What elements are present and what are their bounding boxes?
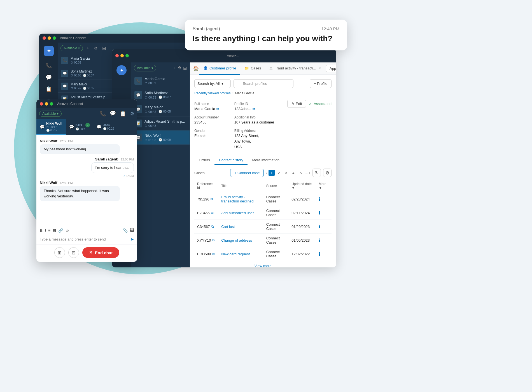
date-cell: 02/28/2024 <box>289 192 316 206</box>
page-1-button[interactable]: 1 <box>269 170 275 176</box>
more-cell[interactable]: ℹ <box>316 220 332 234</box>
send-button[interactable]: ➤ <box>130 237 134 242</box>
edit-button[interactable]: ✎ Edit <box>287 100 306 108</box>
tab-orders[interactable]: Orders <box>194 156 214 165</box>
unordered-list-button[interactable]: ⊟ <box>53 228 56 233</box>
prev-page-button[interactable]: ‹ <box>266 171 267 175</box>
ac-chat-icon[interactable]: 💬 <box>44 72 54 82</box>
available-button[interactable]: Available ▾ <box>134 65 156 71</box>
tab-home[interactable]: 🏠 <box>193 64 199 73</box>
italic-button[interactable]: I <box>45 228 46 233</box>
minimize-dot[interactable] <box>45 102 48 106</box>
view-more-link[interactable]: View more <box>194 261 332 267</box>
profile-id-label: Profile ID <box>234 102 274 106</box>
search-by-select[interactable]: Search by: All ▾ <box>194 79 231 88</box>
chat-input[interactable] <box>40 237 128 241</box>
more-cell[interactable]: ℹ <box>316 247 332 261</box>
more-cell[interactable]: ℹ <box>316 206 332 220</box>
end-chat-button[interactable]: ✕ End chat <box>82 247 119 258</box>
title-cell[interactable]: Add authorized user <box>218 206 263 220</box>
tab-customer-profile-label: Customer profile <box>209 66 236 70</box>
ac-available-button[interactable]: Available ▾ <box>60 45 83 51</box>
contact-name: Adjust Ricard Smith's p... <box>144 119 186 123</box>
ref-link-icon[interactable]: ⧉ <box>212 252 215 256</box>
ordered-list-button[interactable]: ≡ <box>48 228 50 233</box>
title-cell[interactable]: New card request <box>218 247 263 261</box>
more-cell[interactable]: ℹ <box>316 234 332 247</box>
chat-action-2-button[interactable]: ⊡ <box>68 247 79 258</box>
table-row: EDD589⧉ New card request Connect Cases 1… <box>194 247 332 261</box>
ac-header-settings-button[interactable]: ⚙ <box>92 45 99 52</box>
list-item[interactable]: 💬 Mary Major ⏱ 00:42 🕐 00:05 <box>131 102 190 116</box>
tab-kris[interactable]: 💬 Kris.. 9 🕐 00:3 <box>66 119 93 135</box>
next-page-button[interactable]: › <box>309 171 310 175</box>
minimize-dot[interactable] <box>48 36 51 40</box>
maximize-dot[interactable] <box>50 102 53 106</box>
maximize-dot[interactable] <box>53 36 56 40</box>
page-2-button[interactable]: 2 <box>276 170 282 176</box>
settings-icon[interactable]: ⚙ <box>323 169 332 177</box>
more-cell[interactable]: ℹ <box>316 192 332 206</box>
page-3-button[interactable]: 3 <box>283 170 289 176</box>
tasks-nav-icon[interactable]: 📋 <box>120 111 126 117</box>
ac-add-button[interactable]: + <box>84 45 91 52</box>
settings-button[interactable]: ⚙ <box>178 66 181 71</box>
apps-button[interactable]: Apps ▾ <box>326 65 336 72</box>
ref-link-icon[interactable]: ⧉ <box>212 238 215 242</box>
list-item[interactable]: 📞 Maria Garcia ⏱ 00:39 <box>131 74 190 88</box>
ac-phone-icon[interactable]: 📞 <box>44 60 54 71</box>
connect-case-button[interactable]: + Connect case <box>230 169 264 177</box>
list-item[interactable]: 💬 Sofia Martinez ⏱ 00:53 🕐 00:07 <box>131 88 190 102</box>
date-cell: 02/11/2024 <box>289 206 316 220</box>
chat-header-tabs: 💬 Nikki Wolf ⏱ 00:17 🕐 00:17 💬 Kris.. 9 … <box>36 119 137 135</box>
add-profile-button[interactable]: + Profile <box>310 79 332 88</box>
tab-cases[interactable]: 📁 Cases <box>241 62 265 75</box>
ref-link-icon[interactable]: ⧉ <box>211 197 213 201</box>
ac-available-chevron: ▾ <box>78 46 80 50</box>
refresh-button[interactable]: ↻ <box>312 169 321 177</box>
tab-cases-icon: 📁 <box>244 66 249 70</box>
image-upload-button[interactable]: 🖼 <box>130 228 134 233</box>
ac-grid-button[interactable]: ⊞ <box>101 45 107 52</box>
title-cell[interactable]: Fraud activity - transaction declined <box>218 192 263 206</box>
ref-cell: 795296⧉ <box>194 192 218 206</box>
crm-panel: Amaz... ✦ Available ▾ + ⚙ ⊞ 📞 <box>112 49 336 267</box>
phone-nav-icon[interactable]: 📞 <box>100 111 106 117</box>
list-item[interactable]: 📝 Adjust Ricard Smith's p... ⏱ 06:43 <box>131 116 190 130</box>
ac-list-icon[interactable]: 📋 <box>44 84 54 94</box>
tab-nikki-wolf[interactable]: 💬 Nikki Wolf ⏱ 00:17 🕐 00:17 <box>36 119 66 135</box>
tab-jam[interactable]: 💬 Jam 🕐 00:29 <box>93 119 118 135</box>
title-cell[interactable]: Cart lost <box>218 220 263 234</box>
copy-name-icon[interactable]: ⧉ <box>216 107 219 111</box>
page-4-button[interactable]: 4 <box>290 170 297 176</box>
tab-customer-profile[interactable]: 👤 Customer profile <box>199 62 240 75</box>
tab-close-icon[interactable]: ✕ <box>318 66 321 70</box>
page-5-button[interactable]: 5 <box>298 170 304 176</box>
title-cell[interactable]: Change of address <box>218 234 263 247</box>
close-dot[interactable] <box>40 102 43 106</box>
tab-contact-history[interactable]: Contact history <box>214 156 248 165</box>
ref-link-icon[interactable]: ⧉ <box>211 225 214 228</box>
copy-id-icon[interactable]: ⧉ <box>253 107 255 111</box>
source-cell: Connect Cases <box>263 234 289 247</box>
add-contact-button[interactable]: + <box>174 66 176 71</box>
attach-button[interactable]: 📎 <box>123 228 128 233</box>
tab-more-information[interactable]: More information <box>248 156 284 165</box>
tab-fraud-activity[interactable]: ⚠ Fraud activity - transacti... ✕ <box>265 62 325 75</box>
chat-action-1-button[interactable]: ⊞ <box>54 247 65 258</box>
chat-available-button[interactable]: Available ▾ <box>39 111 62 117</box>
close-dot[interactable] <box>115 54 119 57</box>
close-dot[interactable] <box>43 36 46 40</box>
settings-nav-icon[interactable]: ⚙ <box>130 111 134 117</box>
breadcrumb-link[interactable]: Recently viewed profiles <box>194 91 230 95</box>
bold-button[interactable]: B <box>40 228 43 233</box>
ref-link-icon[interactable]: ⧉ <box>211 211 214 215</box>
maximize-dot[interactable] <box>125 54 129 57</box>
link-button[interactable]: 🔗 <box>58 228 63 233</box>
minimize-dot[interactable] <box>120 54 124 57</box>
emoji-button[interactable]: ☺ <box>65 228 69 233</box>
chat-nav-icon[interactable]: 💬 <box>110 110 116 117</box>
grid-view-button[interactable]: ⊞ <box>183 66 187 71</box>
list-item[interactable]: 💬 Nikki Wolf ⏱ 01:33 🕐 00:09 <box>131 130 190 145</box>
search-profiles-input[interactable] <box>234 79 293 88</box>
